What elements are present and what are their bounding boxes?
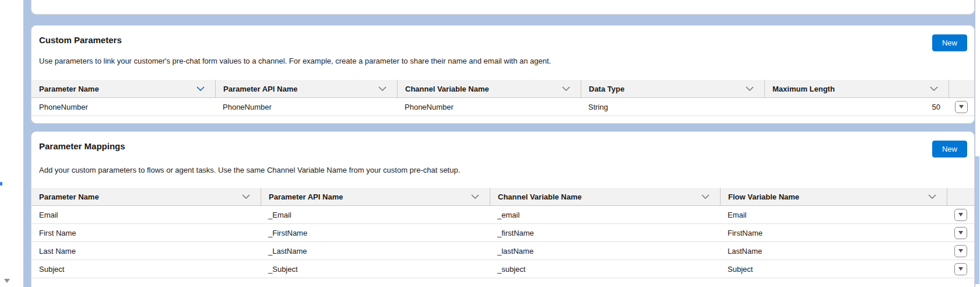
chevron-down-icon[interactable] bbox=[378, 86, 387, 91]
column-header-parameter-name[interactable]: Parameter Name bbox=[31, 80, 215, 97]
triangle-down-icon bbox=[958, 231, 963, 235]
column-header-label: Data Type bbox=[589, 85, 624, 93]
cell-channel-variable-name: _email bbox=[490, 206, 720, 223]
chevron-down-icon[interactable] bbox=[242, 194, 250, 199]
cell-parameter-name: Last Name bbox=[31, 242, 261, 260]
column-header-channel-variable-name[interactable]: Channel Variable Name bbox=[490, 188, 720, 205]
table-row[interactable]: Email_Email_emailEmail bbox=[31, 206, 974, 224]
chevron-down-icon[interactable] bbox=[471, 194, 479, 199]
column-header-label: Flow Variable Name bbox=[728, 192, 799, 201]
column-header-label: Maximum Length bbox=[772, 85, 835, 93]
cell-channel-variable-name: _firstName bbox=[490, 224, 720, 242]
cell-data-type: String bbox=[581, 98, 764, 116]
table-row[interactable]: Last Name_LastName_lastNameLastName bbox=[31, 242, 974, 260]
row-actions-cell bbox=[949, 98, 974, 116]
cell-flow-variable-name: FirstName bbox=[720, 224, 947, 242]
cell-parameter-api-name: _Email bbox=[261, 206, 490, 223]
new-button[interactable]: New bbox=[932, 141, 967, 158]
cell-parameter-name: Email bbox=[31, 206, 261, 223]
custom-parameters-table: Parameter NameParameter API NameChannel … bbox=[31, 80, 974, 116]
previous-card-partial bbox=[31, 0, 975, 15]
new-button[interactable]: New bbox=[932, 34, 967, 51]
cell-parameter-api-name: _Subject bbox=[261, 260, 490, 278]
row-actions-cell bbox=[947, 224, 974, 242]
column-header-flow-variable-name[interactable]: Flow Variable Name bbox=[720, 188, 947, 205]
row-actions-button[interactable] bbox=[954, 227, 967, 239]
left-gutter bbox=[0, 0, 23, 287]
cell-channel-variable-name: PhoneNumber bbox=[397, 98, 581, 116]
chevron-down-icon[interactable] bbox=[746, 86, 754, 91]
section-description: Add your custom parameters to flows or a… bbox=[39, 166, 460, 174]
table-header-row: Parameter NameParameter API NameChannel … bbox=[31, 188, 974, 206]
chevron-down-icon[interactable] bbox=[562, 86, 570, 91]
cell-parameter-name: First Name bbox=[31, 224, 261, 242]
section-description: Use parameters to link your customer's p… bbox=[39, 57, 551, 65]
cell-parameter-api-name: PhoneNumber bbox=[215, 98, 397, 116]
parameter-mappings-card: Parameter Mappings Add your custom param… bbox=[31, 131, 975, 287]
cell-parameter-api-name: _FirstName bbox=[261, 224, 490, 242]
table-row[interactable]: Subject_Subject_subjectSubject bbox=[31, 260, 974, 278]
row-actions-button[interactable] bbox=[954, 245, 967, 257]
cell-flow-variable-name: LastName bbox=[720, 242, 947, 260]
left-edge-marker bbox=[0, 182, 2, 186]
row-actions-button[interactable] bbox=[954, 263, 967, 275]
cell-channel-variable-name: _subject bbox=[490, 260, 720, 278]
section-title: Parameter Mappings bbox=[39, 141, 125, 151]
parameter-mappings-table: Parameter NameParameter API NameChannel … bbox=[31, 188, 974, 278]
cell-channel-variable-name: _lastName bbox=[490, 242, 720, 260]
row-actions-cell bbox=[947, 206, 974, 223]
cell-maximum-length: 50 bbox=[764, 98, 949, 116]
triangle-down-icon bbox=[959, 105, 964, 108]
cell-parameter-name: PhoneNumber bbox=[31, 98, 215, 116]
row-actions-cell bbox=[947, 242, 974, 260]
triangle-down-icon bbox=[958, 213, 963, 216]
chevron-down-icon[interactable] bbox=[196, 86, 205, 91]
cell-flow-variable-name: Email bbox=[720, 206, 947, 223]
table-header-row: Parameter NameParameter API NameChannel … bbox=[31, 80, 974, 98]
scroll-down-arrow-icon[interactable] bbox=[4, 279, 10, 283]
vertical-scrollbar-thumb[interactable] bbox=[975, 156, 979, 284]
custom-parameters-card: Custom Parameters Use parameters to link… bbox=[31, 25, 975, 124]
column-header-actions bbox=[947, 188, 974, 205]
cell-flow-variable-name: Subject bbox=[720, 260, 947, 278]
column-header-label: Channel Variable Name bbox=[498, 192, 582, 201]
section-title: Custom Parameters bbox=[39, 35, 122, 45]
chevron-down-icon[interactable] bbox=[930, 86, 938, 91]
chevron-down-icon[interactable] bbox=[701, 194, 709, 199]
column-header-label: Parameter API Name bbox=[223, 85, 297, 93]
column-header-data-type[interactable]: Data Type bbox=[581, 80, 764, 97]
triangle-down-icon bbox=[958, 267, 963, 271]
row-actions-button[interactable] bbox=[955, 101, 968, 113]
column-header-label: Parameter API Name bbox=[269, 192, 343, 201]
table-row[interactable]: First Name_FirstName_firstNameFirstName bbox=[31, 224, 974, 242]
column-header-parameter-api-name[interactable]: Parameter API Name bbox=[261, 188, 490, 205]
cell-parameter-api-name: _LastName bbox=[261, 242, 490, 260]
table-row[interactable]: PhoneNumberPhoneNumberPhoneNumberString5… bbox=[31, 98, 974, 116]
setup-page: Custom Parameters Use parameters to link… bbox=[0, 0, 980, 287]
triangle-down-icon bbox=[958, 249, 963, 253]
column-header-label: Parameter Name bbox=[39, 85, 99, 93]
column-header-label: Channel Variable Name bbox=[405, 85, 489, 93]
column-header-actions bbox=[949, 80, 974, 97]
row-actions-button[interactable] bbox=[954, 209, 967, 221]
column-header-maximum-length[interactable]: Maximum Length bbox=[764, 80, 949, 97]
column-header-parameter-name[interactable]: Parameter Name bbox=[31, 188, 261, 205]
column-header-channel-variable-name[interactable]: Channel Variable Name bbox=[397, 80, 581, 97]
cell-parameter-name: Subject bbox=[31, 260, 261, 278]
column-header-parameter-api-name[interactable]: Parameter API Name bbox=[215, 80, 397, 97]
column-header-label: Parameter Name bbox=[39, 192, 99, 201]
chevron-down-icon[interactable] bbox=[928, 194, 936, 199]
row-actions-cell bbox=[947, 260, 974, 278]
